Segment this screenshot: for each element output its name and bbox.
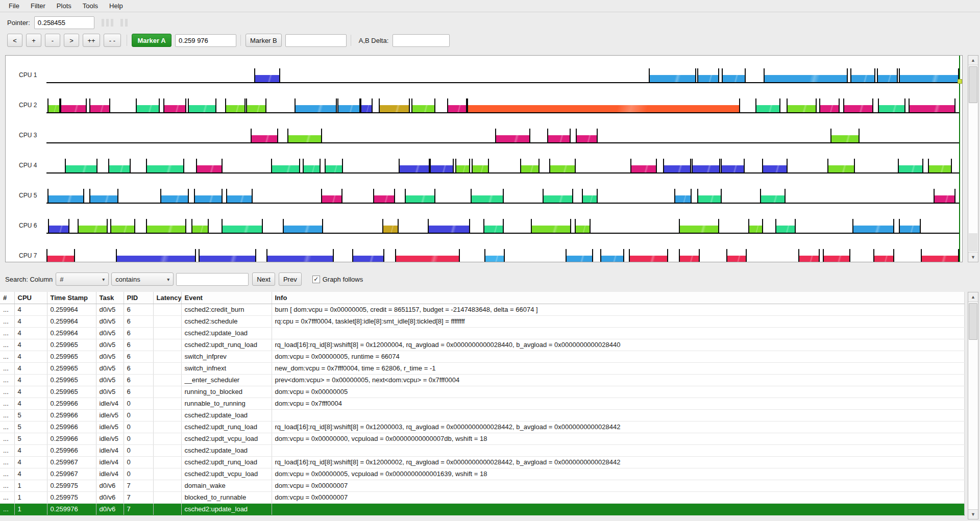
nav-button-zoom-out[interactable]: - — [45, 34, 60, 47]
timeline-segment[interactable] — [544, 195, 572, 203]
timeline-segment[interactable] — [189, 105, 215, 112]
cpu-timeline-3[interactable] — [46, 123, 959, 142]
timeline-segment[interactable] — [431, 165, 453, 172]
cpu-timeline-2[interactable] — [46, 93, 959, 112]
timeline-segment[interactable] — [195, 195, 222, 203]
search-next-button[interactable]: Next — [252, 272, 275, 286]
table-row[interactable]: ...40.259967idle/v40csched2:updt_runq_lo… — [0, 456, 965, 468]
timeline-segment[interactable] — [296, 105, 336, 112]
timeline-segment[interactable] — [723, 75, 745, 82]
table-row[interactable]: ...50.259966idle/v50csched2:update_load — [0, 409, 965, 421]
timeline-segment[interactable] — [252, 135, 277, 142]
timeline-segment[interactable] — [90, 195, 118, 203]
timeline-segment[interactable] — [429, 226, 469, 233]
timeline-segment[interactable] — [851, 75, 874, 82]
nav-button-shift-left[interactable]: < — [7, 34, 22, 47]
graph-scrollbar-thumb[interactable] — [969, 66, 977, 103]
scroll-up-icon[interactable]: ▲ — [968, 56, 978, 65]
cpu-timeline-7[interactable] — [46, 243, 959, 262]
search-input[interactable] — [176, 273, 249, 286]
timeline-segment[interactable] — [111, 226, 134, 233]
timeline-segment[interactable] — [899, 165, 922, 172]
timeline-segment[interactable] — [631, 165, 656, 172]
timeline-segment[interactable] — [338, 105, 359, 112]
timeline-segment[interactable] — [820, 105, 839, 112]
marker-a-input[interactable] — [175, 34, 236, 47]
nav-button-zoom-in[interactable]: + — [26, 34, 41, 47]
timeline-segment[interactable] — [322, 195, 341, 203]
timeline-segment[interactable] — [693, 165, 719, 172]
timeline-segment[interactable] — [765, 75, 847, 82]
timeline-segment[interactable] — [675, 195, 691, 203]
table-row[interactable]: ...40.259966idle/v40csched2:update_load — [0, 444, 965, 456]
timeline-segment[interactable] — [761, 195, 785, 203]
marker-b-input[interactable] — [285, 34, 347, 47]
table-row[interactable]: ...10.259975d0/v67blocked_to_runnabledom… — [0, 491, 965, 503]
nav-button-zoom-in-fast[interactable]: ++ — [83, 34, 100, 47]
timeline-segment[interactable] — [468, 105, 739, 112]
timeline-segment[interactable] — [396, 256, 459, 262]
timeline-segment[interactable] — [664, 165, 690, 172]
timeline-segment[interactable] — [630, 256, 667, 262]
timeline-segment[interactable] — [161, 195, 188, 203]
timeline-segment[interactable] — [288, 135, 321, 142]
timeline-segment[interactable] — [567, 256, 592, 262]
timeline-segment[interactable] — [900, 75, 958, 82]
timeline-segment[interactable] — [650, 75, 695, 82]
timeline-segment[interactable] — [776, 226, 795, 233]
scroll-down-icon[interactable]: ▼ — [968, 509, 978, 519]
table-row[interactable]: ...40.259965d0/v56running_to_blockeddom:… — [0, 386, 965, 398]
table-row[interactable]: ...40.259964d0/v56csched2:credit_burnbur… — [0, 304, 965, 315]
table-row[interactable]: ...50.259966idle/v50csched2:updt_vcpu_lo… — [0, 433, 965, 444]
timeline-segment[interactable] — [935, 195, 954, 203]
timeline-segment[interactable] — [496, 135, 529, 142]
timeline-segment[interactable] — [583, 195, 597, 203]
timeline-segment[interactable] — [929, 165, 951, 172]
timeline-segment[interactable] — [412, 105, 434, 112]
timeline-segment[interactable] — [137, 105, 159, 112]
column-header-info[interactable]: Info — [272, 292, 965, 304]
timeline-segment[interactable] — [680, 226, 718, 233]
timeline-segment[interactable] — [788, 105, 816, 112]
timeline-segment[interactable] — [61, 105, 86, 112]
marker-a-button[interactable]: Marker A — [132, 34, 172, 47]
cpu-graph-panel[interactable]: CPU 1CPU 2CPU 3CPU 4CPU 5CPU 6CPU 7 — [5, 55, 963, 262]
timeline-segment[interactable] — [485, 256, 504, 262]
table-row[interactable]: ...40.259966idle/v40runnable_to_runningd… — [0, 398, 965, 409]
timeline-segment[interactable] — [910, 105, 954, 112]
timeline-segment[interactable] — [844, 105, 872, 112]
nav-button-zoom-out-fast[interactable]: - - — [104, 34, 121, 47]
scroll-up-icon[interactable]: ▲ — [968, 292, 978, 302]
table-row[interactable]: ...40.259965d0/v56switch_infprevdom:vcpu… — [0, 351, 965, 362]
timeline-segment[interactable] — [227, 195, 252, 203]
search-column-select[interactable]: # ▾ — [56, 272, 109, 286]
timeline-segment[interactable] — [727, 256, 746, 262]
timeline-segment[interactable] — [879, 105, 904, 112]
menu-item-file[interactable]: File — [3, 1, 25, 11]
timeline-segment[interactable] — [353, 256, 383, 262]
marker-b-button[interactable]: Marker B — [246, 34, 282, 47]
table-row[interactable]: ...40.259964d0/v56csched2:update_load — [0, 327, 965, 339]
timeline-segment[interactable] — [874, 256, 894, 262]
timeline-segment[interactable] — [147, 226, 185, 233]
timeline-segment[interactable] — [304, 165, 319, 172]
timeline-segment[interactable] — [247, 105, 265, 112]
timeline-segment[interactable] — [756, 105, 779, 112]
timeline-segment[interactable] — [267, 256, 333, 262]
timeline-segment[interactable] — [90, 105, 110, 112]
timeline-segment[interactable] — [824, 256, 849, 262]
timeline-segment[interactable] — [878, 75, 897, 82]
timeline-segment[interactable] — [48, 105, 59, 112]
column-header-event[interactable]: Event — [181, 292, 272, 304]
timeline-segment[interactable] — [698, 75, 718, 82]
column-header-time-stamp[interactable]: Time Stamp — [47, 292, 96, 304]
search-prev-button[interactable]: Prev — [279, 272, 302, 286]
timeline-segment[interactable] — [147, 165, 184, 172]
timeline-segment[interactable] — [601, 256, 623, 262]
table-row[interactable]: ...40.259964d0/v56csched2:schedulerq:cpu… — [0, 315, 965, 327]
graph-follows-checkbox[interactable]: ✓ — [312, 276, 320, 283]
timeline-segment[interactable] — [548, 135, 569, 142]
timeline-segment[interactable] — [48, 195, 83, 203]
timeline-segment[interactable] — [472, 195, 503, 203]
table-scrollbar-thumb[interactable] — [969, 303, 977, 340]
